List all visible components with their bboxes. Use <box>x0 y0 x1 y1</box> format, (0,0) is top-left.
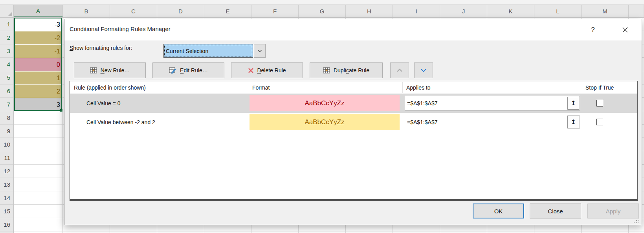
header-applies-to: Applies to <box>406 81 430 94</box>
resize-grip[interactable] <box>634 218 640 224</box>
column-header-A[interactable]: A <box>14 5 63 17</box>
duplicate-rule-label: Duplicate Rule <box>334 67 369 73</box>
collapse-arrow-icon: ↥ <box>571 99 576 107</box>
cell-A4[interactable]: 0 <box>15 58 62 71</box>
header-format: Format <box>252 81 270 94</box>
row-header-12[interactable]: 12 <box>0 165 13 178</box>
row-header-13[interactable]: 13 <box>0 178 13 191</box>
rules-list: Rule (applied in order shown) Format App… <box>70 81 638 201</box>
column-header-E[interactable]: E <box>204 5 251 17</box>
table-icon <box>90 67 97 73</box>
ok-button[interactable]: OK <box>473 204 524 218</box>
delete-rule-button[interactable]: Delete Rule <box>231 62 303 78</box>
fill-handle[interactable] <box>60 109 63 112</box>
row-header-2[interactable]: 2 <box>0 31 13 44</box>
column-header-D[interactable]: D <box>157 5 204 17</box>
applies-to-input[interactable] <box>405 100 567 106</box>
delete-rule-label: Delete Rule <box>257 67 286 73</box>
cell-A5[interactable]: 1 <box>15 72 62 84</box>
show-rules-dropdown[interactable]: Current Selection <box>163 44 266 58</box>
row-header-16[interactable]: 16 <box>0 218 13 231</box>
cell-A6[interactable]: 2 <box>15 85 62 98</box>
new-rule-button[interactable]: New Rule… <box>74 62 146 78</box>
edit-rule-label: Edit Rule… <box>180 67 208 73</box>
cell-A1[interactable]: -3 <box>15 18 62 31</box>
help-button[interactable]: ? <box>587 24 599 35</box>
collapse-dialog-button[interactable]: ↥ <box>567 116 579 128</box>
rule-row-cell-value-0[interactable]: Cell Value = 0 AaBbCcYyZz ↥ <box>70 94 637 113</box>
row-header-6[interactable]: 6 <box>0 84 13 98</box>
header-rule: Rule (applied in order shown) <box>74 81 146 94</box>
column-header-B[interactable]: B <box>63 5 110 17</box>
dialog-title: Conditional Formatting Rules Manager <box>70 26 171 32</box>
format-preview-swatch: AaBbCcYyZz <box>250 114 400 130</box>
cell-A7[interactable]: 3 <box>15 98 62 111</box>
select-all-button[interactable] <box>0 5 14 17</box>
row-header-gutter: 12345678910111213141516 <box>0 18 14 233</box>
row-header-5[interactable]: 5 <box>0 71 13 84</box>
dialog-title-bar[interactable]: Conditional Formatting Rules Manager ? <box>64 19 642 40</box>
move-rule-down-button[interactable] <box>414 62 433 78</box>
column-header-J[interactable]: J <box>440 5 487 17</box>
applies-to-field: ↥ <box>405 115 580 129</box>
column-header-F[interactable]: F <box>251 5 299 17</box>
row-header-7[interactable]: 7 <box>0 98 13 111</box>
row-header-1[interactable]: 1 <box>0 18 13 31</box>
column-header-L[interactable]: L <box>534 5 582 17</box>
rule-row-cell-value-between[interactable]: Cell Value between -2 and 2 AaBbCcYyZz ↥ <box>70 113 637 132</box>
duplicate-rule-button[interactable]: Duplicate Rule <box>310 62 383 78</box>
header-separator <box>581 82 581 93</box>
header-separator <box>247 82 247 93</box>
show-rules-label: Show formatting rules for: <box>70 45 132 51</box>
column-header-H[interactable]: H <box>346 5 393 17</box>
table-icon <box>323 67 330 73</box>
excel-window: ABCDEFGHIJKLM 12345678910111213141516 -3… <box>0 0 644 233</box>
column-header-I[interactable]: I <box>393 5 440 17</box>
applies-to-input[interactable] <box>405 119 567 125</box>
close-dialog-button[interactable] <box>619 24 631 35</box>
collapse-arrow-icon: ↥ <box>571 118 576 126</box>
move-rule-up-button[interactable] <box>390 62 409 78</box>
chevron-down-icon <box>257 50 262 53</box>
row-header-8[interactable]: 8 <box>0 111 13 125</box>
select-all-triangle-icon <box>8 12 12 16</box>
row-header-3[interactable]: 3 <box>0 44 13 58</box>
rule-description: Cell Value = 0 <box>86 94 121 113</box>
rule-description: Cell Value between -2 and 2 <box>86 113 155 132</box>
header-separator <box>402 82 403 93</box>
row-header-9[interactable]: 9 <box>0 125 13 138</box>
stop-if-true-checkbox[interactable] <box>596 119 603 125</box>
chevron-up-icon <box>396 68 403 72</box>
cell-A3[interactable]: -1 <box>15 45 62 58</box>
format-preview-swatch: AaBbCcYyZz <box>250 95 400 111</box>
row-header-11[interactable]: 11 <box>0 151 13 165</box>
rules-list-header: Rule (applied in order shown) Format App… <box>70 81 637 94</box>
dropdown-arrow-button[interactable] <box>254 44 266 58</box>
close-icon <box>622 27 628 33</box>
show-rules-selected-value: Current Selection <box>163 44 253 58</box>
row-header-4[interactable]: 4 <box>0 58 13 71</box>
column-header-K[interactable]: K <box>487 5 534 17</box>
header-stop-if-true: Stop If True <box>585 81 614 94</box>
column-header-M[interactable]: M <box>582 5 629 17</box>
new-rule-label: New Rule… <box>101 67 130 73</box>
column-header-bar: ABCDEFGHIJKLM <box>0 5 644 18</box>
stop-if-true-checkbox[interactable] <box>596 100 603 106</box>
column-header-C[interactable]: C <box>110 5 157 17</box>
edit-rule-button[interactable]: Edit Rule… <box>152 62 224 78</box>
conditional-formatting-rules-manager-dialog: Conditional Formatting Rules Manager ? S… <box>64 19 642 225</box>
applies-to-field: ↥ <box>405 96 580 110</box>
red-x-icon <box>248 68 254 73</box>
formula-bar-edge <box>0 0 644 5</box>
table-pencil-icon <box>169 67 177 74</box>
close-button[interactable]: Close <box>530 204 581 218</box>
apply-button[interactable]: Apply <box>587 204 639 218</box>
row-header-15[interactable]: 15 <box>0 205 13 218</box>
column-header-partial[interactable] <box>629 5 644 17</box>
collapse-dialog-button[interactable]: ↥ <box>567 97 579 110</box>
row-header-10[interactable]: 10 <box>0 138 13 151</box>
column-header-G[interactable]: G <box>299 5 346 17</box>
row-header-14[interactable]: 14 <box>0 191 13 205</box>
cell-A2[interactable]: -2 <box>15 31 62 44</box>
chevron-down-icon <box>420 68 427 72</box>
